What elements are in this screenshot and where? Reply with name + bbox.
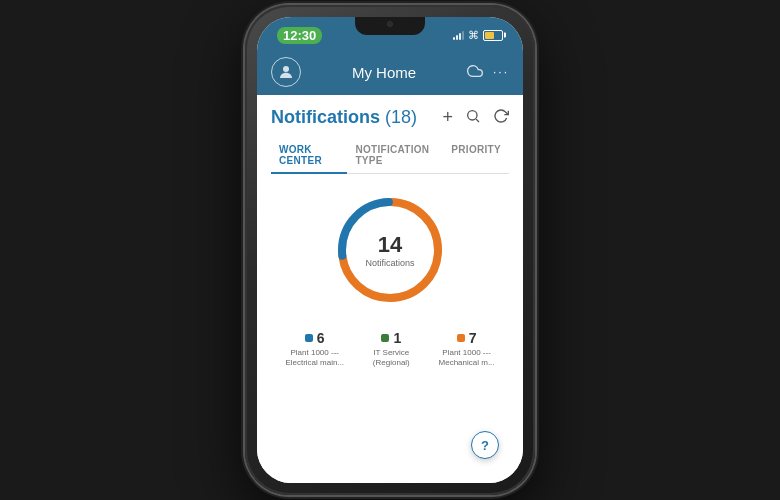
main-content: Notifications (18) +	[257, 95, 523, 483]
phone-notch	[355, 17, 425, 35]
search-button[interactable]	[465, 108, 481, 128]
battery-icon	[483, 30, 503, 41]
donut-center: 14 Notifications	[365, 232, 414, 268]
phone-device: 12:30 ⌘ My Home	[245, 5, 535, 495]
refresh-button[interactable]	[493, 108, 509, 127]
tab-notification-type[interactable]: NOTIFICATION TYPE	[347, 138, 443, 174]
legend-desc-3: Plant 1000 ---Mechanical m...	[439, 348, 495, 369]
help-button[interactable]: ?	[471, 431, 499, 459]
add-button[interactable]: +	[442, 107, 453, 128]
tab-priority[interactable]: PRIORITY	[443, 138, 509, 174]
legend-item-3-top: 7	[457, 330, 477, 346]
chart-area: 14 Notifications	[271, 190, 509, 310]
phone-screen: 12:30 ⌘ My Home	[257, 17, 523, 483]
svg-point-0	[283, 66, 289, 72]
nav-title: My Home	[352, 64, 416, 81]
status-icons: ⌘	[453, 29, 503, 42]
weather-icon[interactable]	[467, 63, 483, 82]
svg-point-1	[468, 110, 477, 119]
front-camera	[387, 21, 393, 27]
legend-desc-2: IT Service(Regional)	[373, 348, 410, 369]
legend-desc-1: Plant 1000 ---Electrical main...	[285, 348, 344, 369]
nav-actions: ···	[467, 63, 509, 82]
donut-chart: 14 Notifications	[330, 190, 450, 310]
legend-item-2: 1 IT Service(Regional)	[373, 330, 410, 369]
signal-icon	[453, 30, 464, 40]
legend-item-1-top: 6	[305, 330, 325, 346]
section-title-area: Notifications (18)	[271, 107, 417, 128]
status-time: 12:30	[277, 27, 322, 44]
legend-item-3: 7 Plant 1000 ---Mechanical m...	[439, 330, 495, 369]
tabs-bar: WORK CENTER NOTIFICATION TYPE PRIORITY	[271, 138, 509, 174]
section-header: Notifications (18) +	[271, 107, 509, 128]
section-actions: +	[442, 107, 509, 128]
chart-legend: 6 Plant 1000 ---Electrical main... 1 IT …	[271, 326, 509, 373]
section-title: Notifications (18)	[271, 107, 417, 127]
legend-dot-3	[457, 334, 465, 342]
avatar-button[interactable]	[271, 57, 301, 87]
battery-fill	[485, 32, 494, 39]
more-options-button[interactable]: ···	[493, 65, 509, 79]
wifi-icon: ⌘	[468, 29, 479, 42]
tab-work-center[interactable]: WORK CENTER	[271, 138, 347, 174]
legend-dot-2	[381, 334, 389, 342]
legend-item-2-top: 1	[381, 330, 401, 346]
nav-bar: My Home ···	[257, 49, 523, 95]
legend-item-1: 6 Plant 1000 ---Electrical main...	[285, 330, 344, 369]
legend-dot-1	[305, 334, 313, 342]
